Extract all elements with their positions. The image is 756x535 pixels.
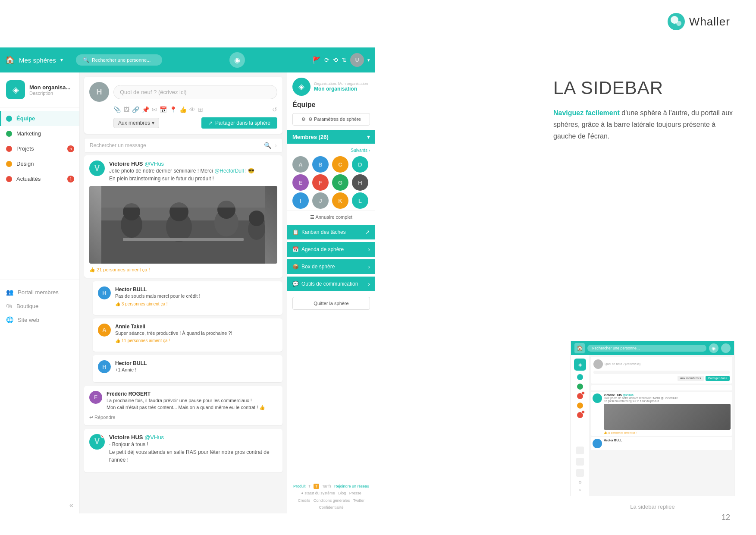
top-navbar: 🏠 Mes sphères ▾ 🔍 Rechercher une personn… [0,47,375,72]
members-suivants[interactable]: Suivants › [287,146,375,154]
member-11: K [332,192,348,209]
sidebar-item-equipe[interactable]: Équipe [0,111,79,126]
post-hector-bull-2: H Hector BULL +1 Annie ! [93,355,282,382]
tool-link[interactable]: 🔗 [132,106,139,113]
svg-point-2 [676,21,681,26]
message-search[interactable]: Rechercher un message 🔍 › [84,138,282,153]
kanban-ext-icon: ↗ [365,229,370,236]
marketing-label: Marketing [16,130,41,137]
arrows-icon[interactable]: ⇅ [342,57,347,63]
small-audience-sel: Aux membres ▾ [678,376,704,381]
composer-tools: 📎 🖼 🔗 📌 ✉ 📅 📍 👍 👁 ⊞ ↺ [89,106,277,113]
tool-image[interactable]: 🖼 [123,106,129,113]
small-collapsed-sidebar: ◈ ⚙ » [571,355,589,496]
sidebar-item-marketing[interactable]: Marketing [0,126,79,141]
small-content: ◈ ⚙ » Quo [571,355,734,496]
small-gear-icon: ⚙ [578,480,582,485]
message-search-input[interactable]: Rechercher un message [90,142,260,148]
small-actualites-dot-wrap [577,412,583,418]
annuaire-link[interactable]: ☰ Annuaire complet [287,211,375,223]
small-home-icon: 🏠 [574,343,585,353]
small-post-subtext-victoire: En plein brainstorming sur le futur du p… [604,400,731,403]
composer-input[interactable]: Quoi de neuf ? (écrivez ici) [113,85,277,99]
small-design-dot [577,403,583,409]
tool-calendar[interactable]: 📅 [160,106,167,113]
agenda-arrow-icon: › [368,246,370,253]
small-post-name-hector: Hector BULL [604,439,731,442]
tool-grid[interactable]: ⊞ [198,106,203,113]
member-4: D [352,156,368,173]
sync-icon[interactable]: ⟲ [333,57,338,63]
members-title: Membres (26) [292,134,329,140]
share-button[interactable]: ↗ Partager dans la sphère [201,117,277,129]
seminar-illustration [101,186,265,264]
kanban-icon: 📋 [292,229,299,235]
box-btn[interactable]: 📦 Box de sphère › [287,259,375,274]
right-panel-org: ◈ Organisation: Mon organisation Mon org… [287,72,375,101]
sidebar-item-design[interactable]: Design [0,156,79,171]
small-avatar-hector [593,439,602,448]
profile-dropdown-arrow[interactable]: ▾ [367,57,370,63]
user-avatar[interactable]: U [350,53,364,67]
share-icon: ↗ [208,120,213,126]
nav-center-icon: ◉ [229,52,245,68]
member-9: I [292,192,309,209]
kanban-btn[interactable]: 📋 Kanban des tâches ↗ [287,225,375,239]
quitter-btn[interactable]: Quitter la sphère [292,297,370,310]
tool-paperclip[interactable]: 📎 [113,106,121,113]
post-avatar-victoire: V [89,160,105,176]
search-bar[interactable]: 🔍 Rechercher une personne... [76,54,162,66]
search-placeholder: Rechercher une personne... [92,57,151,63]
home-icon[interactable]: 🏠 [5,55,15,65]
tool-refresh[interactable]: ↺ [272,106,277,113]
post-author-hector2: Hector BULL [115,360,147,366]
reply-link[interactable]: ↩ Répondre [89,415,277,420]
mes-spheres-label[interactable]: Mes sphères [19,57,56,64]
small-screenshot-label: La sidebar repliée [571,504,734,510]
post-frederic-rogert: F Frédéric ROGERT La prochaine fois, il … [84,386,282,425]
portail-membres-item[interactable]: 👥 Portail membres [0,285,79,299]
tool-send[interactable]: ✉ [152,106,157,113]
member-8: H [352,174,368,191]
post-text-victoire2: · Bonjour à tous ! Le petit déj vous att… [109,441,277,464]
tool-pin[interactable]: 📌 [142,106,149,113]
actualites-badge: 1 [67,176,74,183]
boutique-label: Boutique [16,303,38,309]
org-name: Mon organisa... [29,84,70,91]
sphere-params-btn[interactable]: ⚙ ⚙ Paramètres de sphère [292,113,370,126]
communication-btn[interactable]: 💬 Outils de communication › [287,277,375,291]
small-main-feed: Quoi de neuf ? (écrivez ici) Aux membres… [589,355,734,496]
sidebar-item-actualites[interactable]: Actualités 1 [0,171,79,186]
whaller-logo-icon [667,12,686,31]
post-text-frederic: La prochaine fois, il faudra prévoir une… [107,397,265,411]
nav-dropdown-arrow[interactable]: ▾ [60,57,63,63]
flag-icon[interactable]: 🚩 [312,56,321,64]
member-2: B [312,156,329,173]
small-expand-icon: » [579,488,581,492]
site-web-item[interactable]: 🌐 Site web [0,313,79,327]
members-grid: A B C D E F G H I J K L [287,154,375,211]
tool-like[interactable]: 👍 [179,106,187,113]
members-header[interactable]: Membres (26) ▾ [287,130,375,144]
sidebar-org: ◈ Mon organisa... Description [0,72,79,107]
posts-area: V Victoire HUS @VHus Jolie photo de notr… [80,155,287,513]
post-text-hector2: +1 Annie ! [115,366,147,374]
post-text-victoire: Jolie photo de notre dernier séminaire !… [109,167,254,183]
post-avatar-frederic: F [89,391,102,404]
post-author-victoire2: Victoire HUS @VHus [109,434,277,441]
small-projets-dot-wrap [577,393,583,399]
refresh-icon[interactable]: ⟳ [324,57,329,63]
sidebar-item-projets[interactable]: Projets 5 [0,141,79,156]
sidebar-divider [0,280,79,280]
small-composer-avatar [593,359,603,369]
text-content-area: LA SIDEBAR Naviguez facilement d'une sph… [553,78,734,142]
tool-eye[interactable]: 👁 [189,106,195,113]
sidebar-collapse-btn[interactable]: « [0,497,79,513]
audience-select[interactable]: Aux membres ▾ [113,118,159,128]
org-name-text: Mon organisation [314,86,370,92]
member-7: G [332,174,348,191]
small-share-btn: Partager dans [706,376,730,381]
boutique-item[interactable]: 🛍 Boutique [0,299,79,313]
agenda-btn[interactable]: 📅 Agenda de sphère › [287,242,375,257]
tool-map[interactable]: 📍 [169,106,177,113]
